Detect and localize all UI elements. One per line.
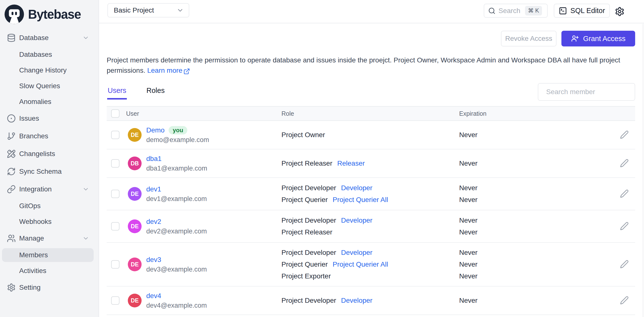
sidebar-item-activities[interactable]: Activities <box>0 263 98 279</box>
table-header: UserRoleExpiration <box>107 106 635 121</box>
row-checkbox[interactable] <box>111 296 120 305</box>
role-link[interactable]: Project Querier All <box>332 196 388 204</box>
edit-member-button[interactable] <box>620 296 629 306</box>
sidebar-item-label: Manage <box>19 234 44 242</box>
pencil-icon <box>620 296 629 305</box>
expiration-value: Never <box>459 295 478 306</box>
expiration-cell: NeverNever <box>459 214 478 238</box>
sidebar-item-manage[interactable]: Manage <box>0 230 98 247</box>
member-name-link[interactable]: dba1 <box>146 155 162 163</box>
avatar: DE <box>128 258 142 271</box>
bytebase-logo-icon <box>4 4 24 24</box>
role-cell: Project DeveloperDeveloperProject Querie… <box>282 182 388 206</box>
sql-editor-button[interactable]: SQL Editor <box>554 4 610 18</box>
member-name-link[interactable]: Demo <box>146 126 165 134</box>
expiration-cell: Never <box>459 158 478 169</box>
global-search[interactable]: ⌘ K <box>484 4 548 18</box>
sidebar-item-label: Issues <box>19 114 39 122</box>
user-cell: dev3dev3@example.com <box>146 255 207 274</box>
sidebar-item-label: Databases <box>19 50 52 58</box>
sidebar: Bytebase DatabaseDatabasesChange History… <box>0 0 99 317</box>
users-icon <box>7 234 16 243</box>
sidebar-item-label: Anomalies <box>19 98 51 106</box>
learn-more-link[interactable]: Learn more <box>147 65 190 76</box>
expiration-value: Never <box>459 194 478 206</box>
settings-gear-icon[interactable] <box>615 7 624 16</box>
expiration-value: Never <box>459 129 478 141</box>
sidebar-item-label: Change History <box>19 66 66 74</box>
role-link[interactable]: Developer <box>341 296 373 304</box>
sidebar-item-gitops[interactable]: GitOps <box>0 198 98 214</box>
member-name-link[interactable]: dev3 <box>146 256 161 264</box>
expiration-value: Never <box>459 226 478 238</box>
brand-logo[interactable]: Bytebase <box>0 0 98 26</box>
table-body: DEDemoyoudemo@example.comProject OwnerNe… <box>107 121 635 315</box>
row-checkbox[interactable] <box>111 159 120 168</box>
row-checkbox[interactable] <box>111 190 120 198</box>
user-avatar[interactable]: DE <box>630 6 642 17</box>
sidebar-item-setting[interactable]: Setting <box>0 279 98 296</box>
edit-member-button[interactable] <box>620 222 629 231</box>
sidebar-item-label: Members <box>19 251 48 259</box>
avatar: DE <box>128 187 142 201</box>
role-link[interactable]: Releaser <box>337 160 365 167</box>
project-select[interactable]: Basic Project <box>108 3 189 18</box>
sidebar-item-label: Webhooks <box>19 218 52 226</box>
member-search[interactable] <box>538 83 635 101</box>
role-cell: Project DeveloperDeveloperProject Releas… <box>282 214 372 238</box>
row-checkbox[interactable] <box>111 260 120 268</box>
sidebar-item-integration[interactable]: Integration <box>0 180 98 198</box>
sidebar-item-label: Activities <box>19 267 46 275</box>
expiration-cell: NeverNever <box>459 182 478 206</box>
member-name-link[interactable]: dev4 <box>146 292 161 300</box>
you-badge: you <box>168 126 188 134</box>
sidebar-item-anomalies[interactable]: Anomalies <box>0 94 98 110</box>
tab-users[interactable]: Users <box>107 86 127 100</box>
grant-access-label: Grant Access <box>583 35 625 43</box>
tab-roles[interactable]: Roles <box>146 86 165 100</box>
role-link[interactable]: Developer <box>341 216 373 224</box>
role-name: Project Developer <box>282 249 336 256</box>
global-search-input[interactable] <box>498 7 522 15</box>
table-row: DEdev1dev1@example.comProject DeveloperD… <box>107 178 635 210</box>
role-link[interactable]: Developer <box>341 249 373 256</box>
member-search-input[interactable] <box>546 88 635 96</box>
role-name: Project Releaser <box>282 160 332 167</box>
sidebar-item-label: GitOps <box>19 202 40 210</box>
sidebar-item-slow-queries[interactable]: Slow Queries <box>0 78 98 94</box>
role-link[interactable]: Project Querier All <box>332 260 388 268</box>
edit-member-button[interactable] <box>620 130 629 140</box>
sidebar-item-sync-schema[interactable]: Sync Schema <box>0 163 98 180</box>
sidebar-item-webhooks[interactable]: Webhooks <box>0 214 98 230</box>
row-checkbox[interactable] <box>111 131 120 139</box>
grant-access-button[interactable]: Grant Access <box>562 31 635 46</box>
sidebar-item-change-history[interactable]: Change History <box>0 62 98 78</box>
table-row: DEdev2dev2@example.comProject DeveloperD… <box>107 210 635 243</box>
sidebar-item-database[interactable]: Database <box>0 29 98 47</box>
members-table: UserRoleExpiration DEDemoyoudemo@example… <box>107 106 635 315</box>
user-cell: dba1dba1@example.com <box>146 154 207 173</box>
revoke-access-button[interactable]: Revoke Access <box>501 31 556 46</box>
sidebar-item-branches[interactable]: Branches <box>0 127 98 145</box>
sidebar-item-databases[interactable]: Databases <box>0 47 98 62</box>
database-icon <box>7 34 16 42</box>
brand-name: Bytebase <box>28 7 81 22</box>
edit-member-button[interactable] <box>620 158 629 168</box>
select-all-checkbox[interactable] <box>111 109 120 118</box>
sidebar-item-issues[interactable]: Issues <box>0 110 98 127</box>
member-name-link[interactable]: dev2 <box>146 218 161 226</box>
row-checkbox[interactable] <box>111 222 120 230</box>
role-link[interactable]: Developer <box>341 184 373 192</box>
sidebar-item-changelists[interactable]: Changelists <box>0 145 98 163</box>
role-name: Project Releaser <box>282 228 332 236</box>
member-name-link[interactable]: dev1 <box>146 185 161 193</box>
sidebar-item-members[interactable]: Members <box>0 247 98 263</box>
chevron-down-icon <box>82 186 89 193</box>
avatar: DE <box>128 220 142 233</box>
pencil-icon <box>620 189 629 198</box>
column-header-role: Role <box>282 110 294 117</box>
user-cell: dev4dev4@example.com <box>146 291 207 310</box>
sidebar-item-label: Setting <box>19 284 40 292</box>
edit-member-button[interactable] <box>620 260 629 269</box>
edit-member-button[interactable] <box>620 189 629 199</box>
